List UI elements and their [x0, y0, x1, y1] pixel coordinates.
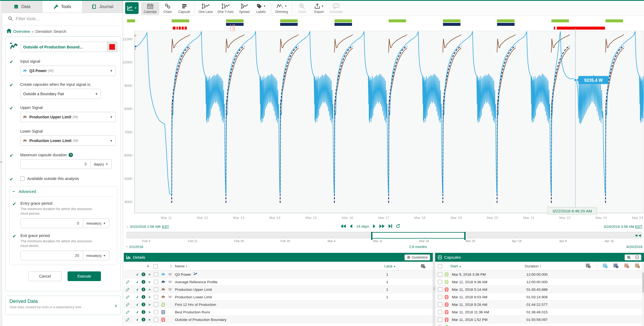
- add-capsule-column-icon-1[interactable]: [586, 264, 591, 269]
- entry-grace-unit-select[interactable]: minute(s) ▼: [83, 218, 109, 228]
- upper-signal-select[interactable]: Production Upper Limit (W) ▼: [20, 112, 116, 122]
- panel-divider[interactable]: ||: [433, 253, 435, 326]
- capsule-bar-red[interactable]: [554, 27, 555, 30]
- info-icon[interactable]: i: [142, 271, 145, 278]
- pin-icon[interactable]: [135, 271, 139, 278]
- details-row-q3-power[interactable]: i×WQ3 Power1: [124, 271, 433, 278]
- details-column-name[interactable]: Name ▲▼: [175, 262, 188, 271]
- range-start-timezone[interactable]: EST: [162, 225, 169, 229]
- pin-icon[interactable]: [135, 293, 139, 301]
- capsule-row[interactable]: Mar 11, 2018 11:36 AM01:36:49.015: [435, 308, 644, 316]
- edit-icon[interactable]: [126, 308, 129, 316]
- capsule-bar-navy[interactable]: [443, 23, 460, 26]
- capsule-tick-pink[interactable]: [233, 24, 233, 31]
- row-checkbox[interactable]: [438, 278, 442, 286]
- capsule-bar-red[interactable]: [182, 27, 184, 30]
- capsule-row[interactable]: Mar 11, 2018 8:03 AM01:03:14.906: [435, 293, 644, 301]
- capsules-scrollbar[interactable]: [642, 262, 644, 326]
- toolbar-capsule-button[interactable]: Capsule: [176, 2, 193, 15]
- add-capsule-column-icon-5[interactable]: [635, 264, 640, 269]
- capsule-bar-red[interactable]: [177, 27, 178, 30]
- row-checkbox[interactable]: [154, 301, 158, 308]
- capsule-bar-navy[interactable]: [226, 23, 244, 26]
- capsule-row[interactable]: Mar 11, 2018 4:36 AM12:00:00.000: [435, 278, 644, 286]
- refresh-icon[interactable]: [396, 224, 400, 228]
- capsule-row[interactable]: Mar 11, 2018 1:52 PM01:55:59.097: [435, 316, 644, 323]
- info-icon[interactable]: i: [142, 301, 145, 308]
- capsules-column-start[interactable]: Start ▲: [450, 262, 461, 271]
- info-icon[interactable]: i: [142, 278, 145, 286]
- investigate-range-start[interactable]: ↑ 2/1/2018: [126, 245, 143, 249]
- capsule-bar-red[interactable]: [185, 27, 187, 30]
- toolbar-one-y-axis-button[interactable]: One Y-Axis: [215, 2, 236, 15]
- details-row-production-upper-limit[interactable]: i×WProduction Upper Limit1: [124, 286, 433, 293]
- row-checkbox[interactable]: [154, 316, 158, 323]
- exit-grace-unit-select[interactable]: minute(s) ▼: [83, 251, 109, 260]
- capsule-bar-green[interactable]: [280, 19, 298, 22]
- toolbar-export-button[interactable]: ▼Export: [311, 2, 327, 15]
- remove-icon[interactable]: ×: [149, 316, 151, 323]
- home-icon[interactable]: [6, 29, 12, 34]
- sort-icon[interactable]: ▲▼: [170, 262, 172, 271]
- capsule-tick-pink[interactable]: [230, 24, 231, 31]
- advanced-toggle[interactable]: − Advanced: [12, 186, 114, 197]
- remove-all-icon[interactable]: ×: [147, 262, 149, 271]
- navigator-right-handle[interactable]: [464, 232, 466, 240]
- condition-select[interactable]: Outside a Boundary Pair ▼: [20, 89, 101, 99]
- add-capsule-column-icon-3[interactable]: [614, 264, 618, 269]
- tab-tools[interactable]: Tools: [42, 1, 82, 13]
- pin-icon[interactable]: [135, 286, 139, 293]
- capsule-bar-green[interactable]: [389, 19, 406, 22]
- capsule-bar-red[interactable]: [557, 27, 605, 30]
- remove-icon[interactable]: ×: [149, 293, 151, 301]
- capsule-bar-navy[interactable]: [497, 23, 515, 26]
- max-duration-unit-select[interactable]: day(s) ▼: [91, 159, 112, 169]
- view-mode-button[interactable]: ▼: [125, 2, 139, 14]
- cancel-button[interactable]: Cancel: [28, 271, 62, 281]
- sort-icon[interactable]: ▲▼: [186, 265, 188, 268]
- navigator-left-handle[interactable]: [371, 232, 372, 240]
- toolbar-dimming-button[interactable]: ▼Dimming: [273, 2, 290, 15]
- add-capsule-column-icon-4[interactable]: [624, 264, 629, 269]
- row-checkbox[interactable]: [438, 323, 442, 326]
- navigator-window[interactable]: [372, 232, 465, 239]
- capsule-bar-green[interactable]: [127, 19, 135, 22]
- capsule-row[interactable]: Mar 12, 2018 4:36 PM12:00:00.000: [435, 323, 644, 326]
- remove-icon[interactable]: ×: [149, 278, 151, 286]
- edit-icon[interactable]: [126, 278, 129, 286]
- capsule-row[interactable]: Mar 9, 2018 3:36 PM12:00:00.000: [435, 271, 644, 278]
- capsule-bar-navy[interactable]: [280, 23, 298, 26]
- row-checkbox[interactable]: [154, 271, 158, 278]
- capsule-bar-green[interactable]: [226, 19, 244, 22]
- details-row-average-reference-profile[interactable]: i×WAverage Reference Profile1: [124, 278, 433, 286]
- step-forward-half-icon[interactable]: [373, 224, 375, 228]
- range-duration-label[interactable]: 14 days: [356, 224, 369, 228]
- capsule-bar-green[interactable]: [172, 19, 189, 22]
- trend-chart[interactable]: 1100010000900080007000600050004000Mar 11…: [123, 16, 644, 224]
- tool-name-input[interactable]: Outside of Production Bound...: [21, 42, 107, 52]
- toolbar-spread-button[interactable]: Spread: [236, 2, 253, 15]
- pin-icon[interactable]: [135, 316, 139, 323]
- row-checkbox[interactable]: [438, 293, 442, 301]
- execute-button[interactable]: Execute: [68, 271, 101, 281]
- navigator-end-icon[interactable]: ◄◄: [634, 233, 641, 238]
- color-picker-button[interactable]: [107, 41, 117, 52]
- edit-icon[interactable]: [126, 301, 129, 308]
- row-checkbox[interactable]: [154, 308, 158, 316]
- capsule-bar-green[interactable]: [443, 19, 460, 22]
- details-row-production-lower-limit[interactable]: i×WProduction Lower Limit1: [124, 293, 433, 301]
- info-icon[interactable]: i: [142, 286, 145, 293]
- row-checkbox[interactable]: [438, 286, 442, 293]
- filter-tools-search[interactable]: Filter tools...: [2, 13, 123, 25]
- row-checkbox[interactable]: [438, 301, 442, 308]
- breadcrumb-overview-link[interactable]: Overview: [13, 29, 30, 34]
- capsule-bar-red[interactable]: [173, 27, 175, 30]
- lower-signal-select[interactable]: Production Lower Limit (W) ▼: [20, 136, 116, 146]
- capsules-column-duration[interactable]: Duration ▲▼: [525, 262, 541, 271]
- max-duration-input[interactable]: 3: [20, 159, 91, 169]
- capsule-bar-red[interactable]: [179, 27, 181, 30]
- customize-button[interactable]: Customize: [404, 254, 430, 260]
- capsule-row[interactable]: Mar 11, 2018 5:14 AM01:45:43.686: [435, 286, 644, 293]
- edit-icon[interactable]: [126, 286, 129, 293]
- row-checkbox[interactable]: [438, 308, 442, 316]
